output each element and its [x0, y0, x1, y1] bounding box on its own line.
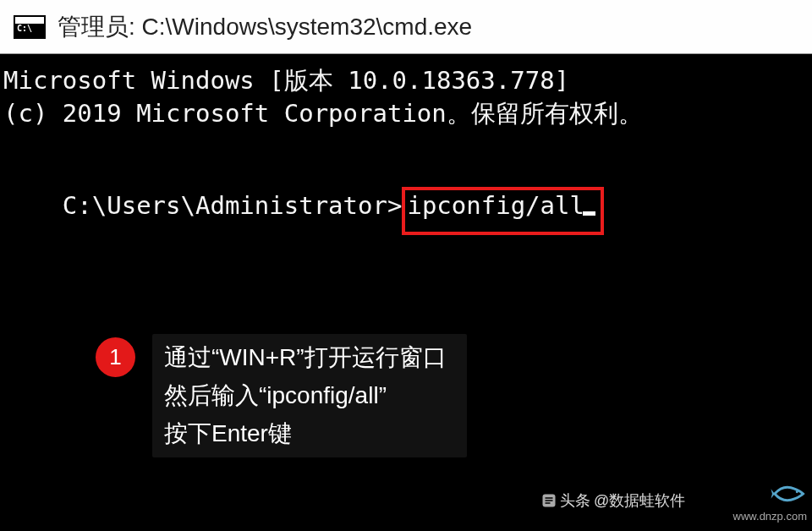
cmd-icon: C:\	[14, 15, 46, 39]
instruction-line-3: 按下Enter键	[164, 415, 447, 453]
toutiao-prefix: 头条	[560, 490, 590, 511]
terminal-line-version: Microsoft Windows [版本 10.0.18363.778]	[3, 64, 809, 97]
svg-rect-3	[546, 502, 551, 504]
attribution-toutiao: 头条 @数据蛙软件	[541, 490, 685, 511]
step-number: 1	[109, 342, 121, 372]
cursor-icon	[583, 211, 595, 216]
instruction-box: 通过“WIN+R”打开运行窗口 然后输入“ipconfig/all” 按下Ent…	[152, 334, 467, 457]
svg-rect-2	[546, 500, 553, 501]
window-title: 管理员: C:\Windows\system32\cmd.exe	[58, 11, 472, 43]
instruction-line-1: 通过“WIN+R”打开运行窗口	[164, 339, 447, 377]
command-highlight-box: ipconfig/all	[402, 187, 604, 235]
watermark-site: www.dnzp.com	[733, 509, 807, 524]
svg-rect-1	[546, 497, 553, 499]
terminal-prompt: C:\Users\Administrator>	[63, 191, 403, 220]
fish-logo-icon	[770, 480, 807, 507]
step-number-badge: 1	[96, 337, 135, 377]
window-titlebar: C:\ 管理员: C:\Windows\system32\cmd.exe	[0, 0, 812, 54]
svg-point-4	[796, 490, 798, 493]
terminal-prompt-line: C:\Users\Administrator>ipconfig/all	[3, 154, 809, 268]
terminal-body[interactable]: Microsoft Windows [版本 10.0.18363.778] (c…	[0, 54, 812, 531]
terminal-command: ipconfig/all	[407, 191, 584, 220]
watermark	[770, 480, 807, 507]
instruction-line-2: 然后输入“ipconfig/all”	[164, 377, 447, 415]
instruction-callout: 1 通过“WIN+R”打开运行窗口 然后输入“ipconfig/all” 按下E…	[96, 334, 467, 457]
terminal-line-copyright: (c) 2019 Microsoft Corporation。保留所有权利。	[3, 97, 809, 130]
toutiao-logo-icon	[541, 493, 557, 508]
toutiao-handle: @数据蛙软件	[594, 490, 685, 511]
